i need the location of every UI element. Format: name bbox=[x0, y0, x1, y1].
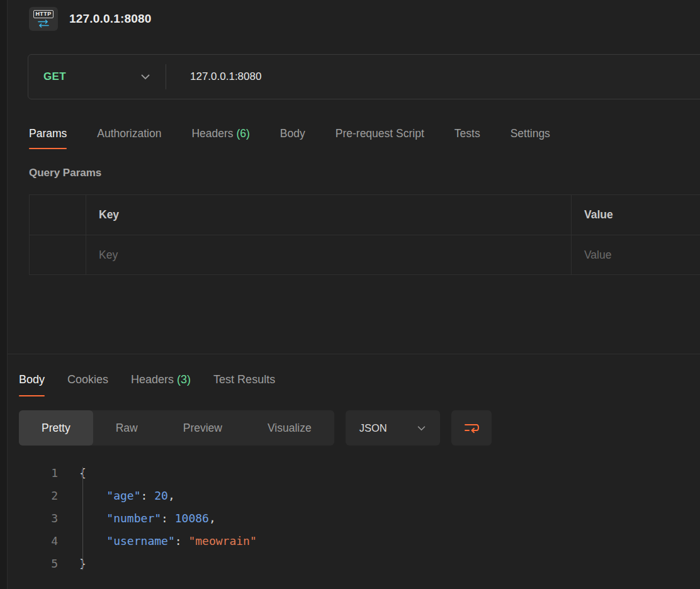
wrap-lines-button[interactable] bbox=[451, 410, 492, 446]
line-number: 3 bbox=[19, 507, 58, 530]
request-tab-tests[interactable]: Tests bbox=[454, 122, 480, 149]
view-mode-preview[interactable]: Preview bbox=[161, 410, 245, 446]
request-title: 127.0.0.1:8080 bbox=[69, 12, 152, 26]
response-body-viewer: 1{2 "age": 20,3 "number": 10086,4 "usern… bbox=[19, 462, 700, 575]
view-mode-label-raw: Raw bbox=[116, 422, 138, 434]
response-tabs: BodyCookiesHeaders (3)Test Results bbox=[19, 367, 700, 396]
value-column-header: Value bbox=[572, 195, 700, 235]
key-input-cell[interactable]: Key bbox=[86, 235, 572, 274]
http-badge-label: HTTP bbox=[33, 10, 53, 18]
response-tab-label-test-results: Test Results bbox=[213, 373, 275, 386]
request-tab-label-params: Params bbox=[29, 127, 67, 140]
request-tab-pre-request-script[interactable]: Pre-request Script bbox=[336, 122, 424, 149]
code-text: "username": "meowrain" bbox=[79, 530, 257, 553]
response-toolbar: PrettyRawPreviewVisualize JSON bbox=[19, 410, 700, 446]
request-tab-label-body: Body bbox=[280, 127, 305, 140]
request-tab-body[interactable]: Body bbox=[280, 122, 305, 149]
request-tab-label-headers: Headers bbox=[191, 127, 233, 140]
format-label: JSON bbox=[359, 422, 387, 434]
method-dropdown[interactable]: GET bbox=[28, 55, 166, 99]
token-key: "age" bbox=[106, 489, 140, 502]
token-punc: : bbox=[161, 512, 175, 525]
code-line: 2 "age": 20, bbox=[19, 485, 700, 507]
code-line: 5} bbox=[19, 553, 700, 575]
table-header-row: Key Value bbox=[30, 195, 700, 235]
wrap-lines-icon bbox=[463, 421, 480, 435]
url-bar: GET bbox=[28, 54, 700, 99]
request-tab-label-pre-request-script: Pre-request Script bbox=[336, 127, 424, 140]
line-number: 4 bbox=[19, 530, 58, 553]
request-tab-params[interactable]: Params bbox=[29, 122, 67, 149]
line-number: 1 bbox=[19, 462, 58, 485]
response-tab-label-headers: Headers bbox=[131, 373, 174, 386]
line-number: 2 bbox=[19, 485, 58, 507]
view-mode-label-preview: Preview bbox=[183, 422, 222, 434]
app-window: HTTP 127.0.0.1:8080 GET P bbox=[0, 0, 700, 589]
request-panel: HTTP 127.0.0.1:8080 GET P bbox=[8, 0, 700, 589]
bidirectional-arrows-icon bbox=[37, 20, 50, 28]
code-lines: 1{2 "age": 20,3 "number": 10086,4 "usern… bbox=[19, 462, 700, 575]
url-input[interactable] bbox=[166, 70, 700, 83]
token-num: 10086 bbox=[175, 512, 209, 525]
token-key: "number" bbox=[106, 512, 161, 525]
token-punc bbox=[79, 534, 106, 547]
query-params-heading: Query Params bbox=[29, 167, 700, 179]
view-mode-visualize[interactable]: Visualize bbox=[245, 410, 334, 446]
token-punc: : bbox=[141, 489, 155, 502]
token-num: 20 bbox=[154, 489, 168, 502]
request-tab-label-authorization: Authorization bbox=[97, 127, 161, 140]
row-checkbox-cell[interactable] bbox=[30, 235, 86, 274]
checkbox-column-header bbox=[30, 195, 86, 235]
response-tab-headers[interactable]: Headers (3) bbox=[131, 367, 191, 396]
http-request-icon: HTTP bbox=[29, 7, 58, 31]
method-label: GET bbox=[43, 70, 66, 83]
request-tab-count-headers: (6) bbox=[234, 127, 250, 140]
token-punc bbox=[79, 512, 106, 525]
request-tabs: ParamsAuthorizationHeaders (6)BodyPre-re… bbox=[29, 122, 700, 149]
chevron-down-icon bbox=[417, 425, 426, 431]
request-tab-authorization[interactable]: Authorization bbox=[97, 122, 161, 149]
chevron-down-icon bbox=[140, 74, 150, 80]
format-dropdown[interactable]: JSON bbox=[346, 410, 440, 446]
response-tab-body[interactable]: Body bbox=[19, 367, 45, 396]
response-tab-label-cookies: Cookies bbox=[67, 373, 108, 386]
token-punc: , bbox=[209, 512, 216, 525]
response-panel: BodyCookiesHeaders (3)Test Results Prett… bbox=[8, 354, 700, 575]
code-line: 3 "number": 10086, bbox=[19, 507, 700, 530]
token-punc: : bbox=[175, 534, 189, 547]
view-mode-raw[interactable]: Raw bbox=[93, 410, 161, 446]
line-number: 5 bbox=[19, 553, 58, 575]
request-tab-headers[interactable]: Headers (6) bbox=[191, 122, 249, 149]
view-mode-label-pretty: Pretty bbox=[42, 422, 71, 434]
code-line: 4 "username": "meowrain" bbox=[19, 530, 700, 553]
response-tab-count-headers: (3) bbox=[174, 373, 191, 386]
value-input-cell[interactable]: Value bbox=[572, 235, 700, 274]
view-mode-label-visualize: Visualize bbox=[268, 422, 312, 434]
token-punc bbox=[79, 489, 106, 502]
token-punc: , bbox=[168, 489, 175, 502]
token-key: "username" bbox=[106, 534, 174, 547]
response-tab-test-results[interactable]: Test Results bbox=[213, 367, 275, 396]
indent-guide bbox=[82, 467, 83, 570]
view-mode-pretty[interactable]: Pretty bbox=[19, 410, 93, 446]
request-tab-settings[interactable]: Settings bbox=[511, 122, 550, 149]
sidebar-edge bbox=[0, 0, 8, 589]
request-header: HTTP 127.0.0.1:8080 bbox=[8, 0, 700, 33]
request-tab-label-settings: Settings bbox=[511, 127, 550, 140]
response-tab-label-body: Body bbox=[19, 373, 45, 386]
query-params-table: Key Value Key Value bbox=[29, 194, 700, 275]
code-text: "number": 10086, bbox=[79, 507, 216, 530]
request-tab-label-tests: Tests bbox=[454, 127, 480, 140]
response-view-switcher: PrettyRawPreviewVisualize bbox=[19, 410, 334, 446]
key-column-header: Key bbox=[86, 195, 572, 235]
code-line: 1{ bbox=[19, 462, 700, 485]
code-text: "age": 20, bbox=[79, 485, 175, 507]
response-tab-cookies[interactable]: Cookies bbox=[67, 367, 108, 396]
table-row: Key Value bbox=[30, 235, 700, 274]
token-str: "meowrain" bbox=[188, 534, 256, 547]
